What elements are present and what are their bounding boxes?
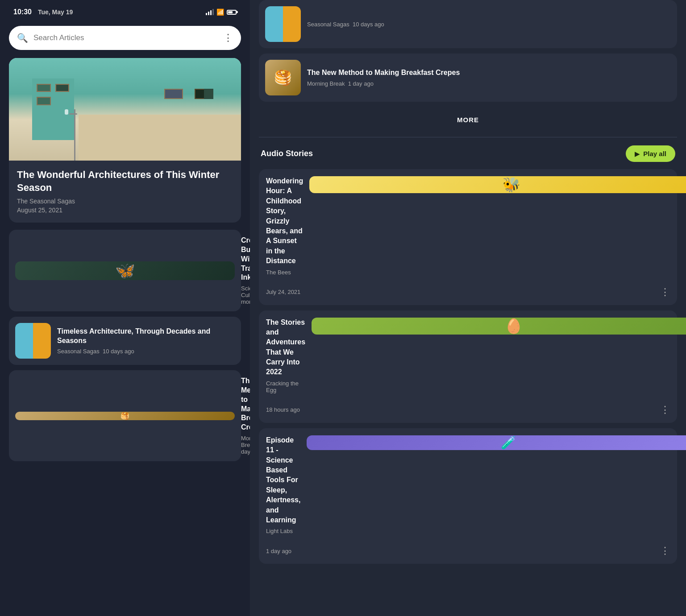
wifi-icon: 📶: [216, 8, 224, 16]
right-seasonal-partial-card[interactable]: Seasonal Sagas 10 days ago: [259, 0, 677, 48]
audio-card-1-date: 18 hours ago: [266, 406, 300, 413]
article-meta-1: Seasonal Sagas 10 days ago: [57, 348, 235, 355]
audio-card-1-source: Cracking the Egg: [266, 380, 305, 393]
right-panel: Seasonal Sagas 10 days ago 🥞 The New Met…: [250, 0, 686, 616]
status-bar: 10:30 Tue, May 19 📶: [9, 0, 241, 21]
search-input[interactable]: [33, 33, 218, 42]
right-crepes-thumb: 🥞: [265, 60, 301, 95]
article-info-1: Timeless Architecture, Through Decades a…: [57, 327, 235, 355]
audio-card-2-more-icon[interactable]: ⋮: [660, 545, 670, 557]
audio-card-0-content: Wondering Hour: A Childhood Story, Grizz…: [266, 176, 303, 282]
divider: [259, 137, 677, 137]
left-panel: 10:30 Tue, May 19 📶 🔍 ⋮: [0, 0, 250, 616]
article-title-1: Timeless Architecture, Through Decades a…: [57, 327, 235, 346]
audio-card-1-footer: 18 hours ago ⋮: [266, 404, 670, 416]
article-thumb-2: 🥞: [15, 412, 235, 420]
egg-icon: 🥚: [505, 318, 523, 335]
audio-card-1-more-icon[interactable]: ⋮: [660, 404, 670, 416]
right-seasonal-meta: Seasonal Sagas 10 days ago: [307, 21, 671, 28]
play-all-label: Play all: [643, 150, 666, 157]
audio-card-2-date: 1 day ago: [266, 548, 291, 554]
battery-icon: [227, 10, 237, 15]
search-icon: 🔍: [17, 33, 28, 43]
clock: 10:30: [13, 8, 32, 16]
signal-icon: [206, 9, 214, 15]
status-icons: 📶: [206, 8, 237, 16]
article-thumb-0: 🦋: [15, 261, 235, 280]
featured-article-source: The Seasonal Sagas: [17, 198, 233, 205]
lab-icon: 🧪: [501, 435, 516, 450]
audio-card-2-content: Episode 11 - Science Based Tools For Sle…: [266, 435, 300, 541]
search-bar[interactable]: 🔍 ⋮: [9, 26, 241, 50]
audio-section-header: Audio Stories ▶ Play all: [259, 145, 677, 162]
article-card-0[interactable]: 🦋 Creating Butterflies With New Transpar…: [9, 230, 241, 311]
audio-card-1-inner: The Stories and Adventures That We Carry…: [266, 318, 670, 400]
audio-card-0-source: The Bees: [266, 269, 303, 276]
audio-card-0-inner: Wondering Hour: A Childhood Story, Grizz…: [266, 176, 670, 282]
featured-article-title: The Wonderful Architectures of This Wint…: [17, 169, 233, 194]
right-crepes-meta: Morning Break 1 day ago: [307, 80, 671, 87]
audio-card-2-footer: 1 day ago ⋮: [266, 545, 670, 557]
article-card-2[interactable]: 🥞 The New Method to Making Breakfast Cre…: [9, 370, 241, 461]
right-seasonal-thumb: [265, 6, 301, 42]
audio-card-2-inner: Episode 11 - Science Based Tools For Sle…: [266, 435, 670, 541]
audio-card-0-title: Wondering Hour: A Childhood Story, Grizz…: [266, 176, 303, 266]
play-all-button[interactable]: ▶ Play all: [626, 145, 675, 162]
more-label: MORE: [457, 116, 479, 124]
featured-article-card[interactable]: The Wonderful Architectures of This Wint…: [9, 58, 241, 223]
right-crepes-info: The New Method to Making Breakfast Crepe…: [307, 68, 671, 87]
crepes-icon: 🥞: [121, 412, 129, 420]
audio-card-1[interactable]: The Stories and Adventures That We Carry…: [259, 310, 677, 423]
audio-thumb-1: 🥚: [312, 318, 686, 335]
article-card-1[interactable]: Timeless Architecture, Through Decades a…: [9, 317, 241, 365]
audio-thumb-2: 🧪: [307, 435, 686, 450]
featured-article-body: The Wonderful Architectures of This Wint…: [9, 161, 241, 223]
butterfly-icon: 🦋: [115, 261, 135, 280]
article-thumb-1: [15, 323, 51, 359]
featured-article-date: August 25, 2021: [17, 207, 233, 214]
audio-card-0-footer: July 24, 2021 ⋮: [266, 286, 670, 298]
audio-card-2-title: Episode 11 - Science Based Tools For Sle…: [266, 435, 300, 525]
right-crepes-title: The New Method to Making Breakfast Crepe…: [307, 68, 671, 78]
audio-card-0-more-icon[interactable]: ⋮: [660, 286, 670, 298]
right-seasonal-info: Seasonal Sagas 10 days ago: [307, 21, 671, 28]
bee-icon: 🐝: [503, 176, 520, 193]
audio-card-1-content: The Stories and Adventures That We Carry…: [266, 318, 305, 400]
audio-thumb-0: 🐝: [309, 176, 686, 193]
audio-card-1-title: The Stories and Adventures That We Carry…: [266, 318, 305, 377]
date: Tue, May 19: [38, 8, 73, 16]
audio-card-2[interactable]: Episode 11 - Science Based Tools For Sle…: [259, 428, 677, 564]
building-illustration: [9, 58, 241, 161]
featured-article-image: [9, 58, 241, 161]
audio-section-title: Audio Stories: [261, 149, 313, 158]
audio-card-0[interactable]: Wondering Hour: A Childhood Story, Grizz…: [259, 169, 677, 305]
audio-card-0-date: July 24, 2021: [266, 289, 300, 295]
more-button[interactable]: MORE: [259, 107, 677, 132]
seasonal-thumb-art: [15, 323, 51, 359]
more-options-icon[interactable]: ⋮: [223, 32, 233, 44]
play-icon: ▶: [635, 150, 640, 157]
right-crepes-card[interactable]: 🥞 The New Method to Making Breakfast Cre…: [259, 54, 677, 102]
audio-card-2-source: Light Labs: [266, 528, 300, 534]
